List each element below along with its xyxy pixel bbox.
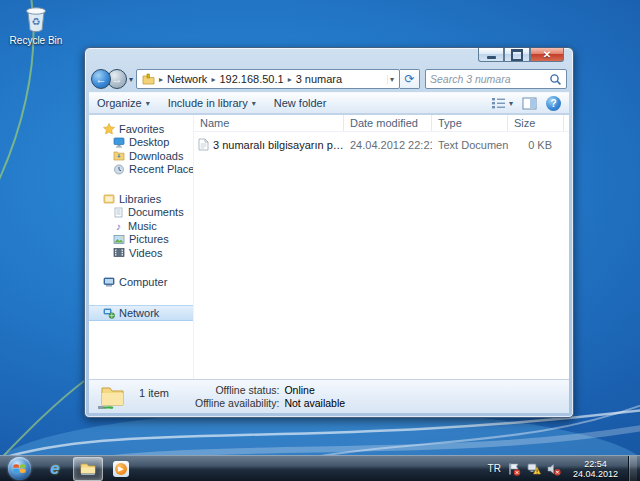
address-dropdown-icon[interactable]: ▾ (387, 75, 396, 84)
explorer-folder-icon (79, 461, 97, 476)
text-document-icon (198, 138, 209, 151)
preview-pane-icon[interactable] (522, 97, 537, 110)
network-status-icon[interactable] (527, 462, 541, 476)
column-header-type[interactable]: Type (432, 115, 508, 131)
offline-availability-label: Offline availability: (195, 397, 279, 409)
breadcrumb-folder[interactable]: 3 numara (294, 73, 344, 85)
search-input[interactable] (426, 73, 549, 85)
recycle-bin-desktop-icon[interactable]: ♻ Recycle Bin (6, 4, 66, 46)
refresh-icon: ⟳ (404, 72, 414, 86)
file-list-pane: Name Date modified Type Size (193, 115, 569, 379)
volume-muted-icon[interactable] (547, 462, 561, 476)
file-row[interactable]: 3 numaralı bilgisayarın paylaşımındayız … (194, 137, 569, 152)
back-arrow-icon: ← (96, 73, 107, 85)
favorites-star-icon (103, 123, 115, 135)
taskbar: e ▶ TR (0, 455, 640, 481)
command-bar-right: ▾ ? (491, 96, 561, 111)
libraries-label: Libraries (119, 193, 161, 205)
desktop-label: Desktop (129, 136, 169, 148)
sidebar-item-desktop[interactable]: Desktop (89, 136, 193, 150)
clock[interactable]: 22:54 24.04.2012 (573, 459, 618, 479)
sidebar-item-downloads[interactable]: Downloads (89, 149, 193, 163)
address-bar[interactable]: ▸ Network ▸ 192.168.50.1 ▸ 3 numara ▾ (136, 69, 400, 89)
computer-icon (103, 277, 115, 288)
desktop[interactable]: ♻ Recycle Bin ✕ ← → ▾ ▸ Network ▸ 192.16… (0, 0, 640, 481)
sidebar-item-computer[interactable]: Computer (89, 276, 193, 290)
chevron-down-icon: ▾ (509, 99, 513, 108)
svg-text:♪: ♪ (116, 221, 121, 232)
show-desktop-button[interactable] (628, 456, 637, 481)
item-count: 1 item (139, 387, 169, 399)
clock-time: 22:54 (573, 459, 618, 469)
navigation-pane: Favorites Desktop Downloads (89, 115, 193, 379)
include-in-library-menu[interactable]: Include in library ▾ (168, 97, 256, 109)
internet-explorer-icon: e (50, 459, 59, 479)
pictures-label: Pictures (129, 233, 169, 245)
include-in-library-label: Include in library (168, 97, 248, 109)
breadcrumb-host[interactable]: 192.168.50.1 (217, 73, 285, 85)
sidebar-item-recent-places[interactable]: Recent Places (89, 163, 193, 177)
file-type: Text Document (432, 139, 508, 151)
sidebar-item-pictures[interactable]: Pictures (89, 233, 193, 247)
language-indicator[interactable]: TR (488, 463, 501, 474)
new-folder-button[interactable]: New folder (274, 97, 327, 109)
start-button[interactable] (8, 457, 31, 480)
maximize-button[interactable] (504, 48, 530, 62)
search-icon[interactable] (549, 73, 562, 86)
breadcrumb-separator-icon: ▸ (209, 75, 217, 84)
svg-text:♻: ♻ (32, 16, 41, 27)
sidebar-item-network[interactable]: Network (89, 305, 193, 321)
network-icon (103, 308, 115, 319)
offline-availability-value: Not available (284, 397, 345, 409)
computer-label: Computer (119, 276, 167, 288)
downloads-label: Downloads (129, 150, 183, 162)
music-icon: ♪ (113, 220, 124, 231)
explorer-window: ✕ ← → ▾ ▸ Network ▸ 192.168.50.1 ▸ 3 num… (84, 47, 574, 418)
taskbar-item-internet-explorer[interactable]: e (40, 457, 70, 481)
media-player-icon: ▶ (113, 461, 129, 477)
recent-places-label: Recent Places (129, 163, 193, 175)
breadcrumb-network[interactable]: Network (165, 73, 209, 85)
taskbar-item-windows-explorer[interactable] (73, 457, 103, 481)
action-center-flag-icon[interactable] (507, 462, 521, 476)
shared-folder-large-icon (97, 383, 127, 411)
back-button[interactable]: ← (91, 69, 111, 89)
views-icon (491, 97, 506, 109)
documents-label: Documents (128, 206, 184, 218)
column-header-name[interactable]: Name (194, 115, 344, 131)
downloads-folder-icon (113, 150, 125, 161)
pictures-icon (113, 234, 125, 245)
offline-status-label: Offline status: (195, 384, 279, 396)
videos-label: Videos (129, 247, 162, 259)
windows-logo-icon (8, 457, 31, 480)
change-view-button[interactable]: ▾ (491, 97, 513, 109)
sidebar-item-music[interactable]: ♪ Music (89, 219, 193, 233)
close-button[interactable]: ✕ (530, 48, 564, 62)
play-icon: ▶ (118, 465, 123, 472)
refresh-button[interactable]: ⟳ (400, 69, 420, 89)
taskbar-item-media-player[interactable]: ▶ (106, 457, 136, 481)
recent-pages-dropdown-icon[interactable]: ▾ (129, 75, 133, 84)
recycle-bin-label: Recycle Bin (6, 35, 66, 46)
file-name: 3 numaralı bilgisayarın paylaşımındayız (213, 139, 344, 151)
column-header-date-modified[interactable]: Date modified (344, 115, 432, 131)
chevron-down-icon: ▾ (252, 99, 256, 108)
minimize-button[interactable] (478, 48, 504, 62)
help-button[interactable]: ? (546, 96, 561, 111)
notification-area: TR 22:54 24.04.2012 (488, 456, 637, 481)
sidebar-item-documents[interactable]: Documents (89, 206, 193, 220)
sidebar-item-favorites[interactable]: Favorites (89, 122, 193, 136)
offline-info: Offline status: Online Offline availabil… (195, 384, 345, 409)
organize-menu[interactable]: Organize ▾ (97, 97, 150, 109)
navigation-bar: ← → ▾ ▸ Network ▸ 192.168.50.1 ▸ 3 numar… (89, 66, 569, 92)
command-bar: Organize ▾ Include in library ▾ New fold… (89, 92, 569, 114)
documents-icon (113, 207, 124, 218)
recent-places-icon (113, 164, 125, 175)
column-header-size[interactable]: Size (508, 115, 564, 131)
desktop-icon (113, 137, 125, 148)
help-icon: ? (550, 98, 556, 109)
search-box (425, 69, 567, 89)
forward-arrow-icon: → (112, 73, 123, 85)
sidebar-item-libraries[interactable]: Libraries (89, 192, 193, 206)
sidebar-item-videos[interactable]: Videos (89, 246, 193, 260)
